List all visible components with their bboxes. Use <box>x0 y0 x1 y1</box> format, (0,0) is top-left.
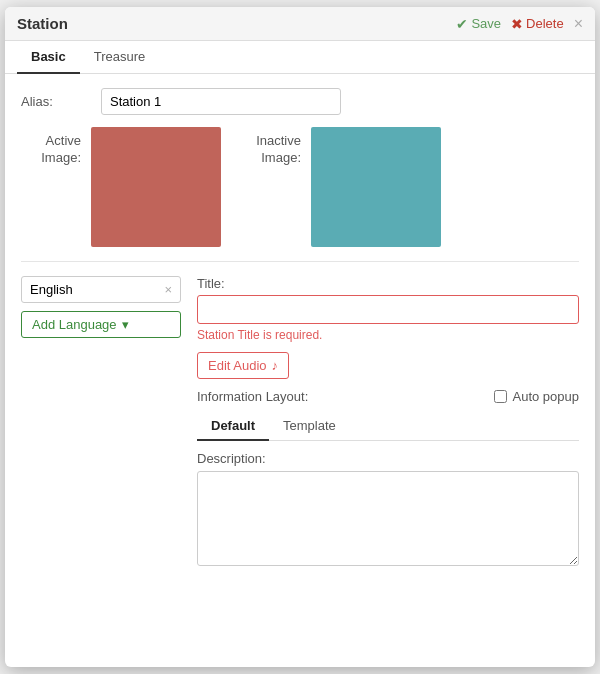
title-field-label: Title: <box>197 276 579 291</box>
modal-body: Alias: Active Image: Inactive Image: <box>5 74 595 583</box>
language-tag: English × <box>21 276 181 303</box>
images-row: Active Image: Inactive Image: <box>21 127 579 247</box>
tab-template[interactable]: Template <box>269 412 350 441</box>
section-divider <box>21 261 579 262</box>
alias-label: Alias: <box>21 94 101 109</box>
edit-audio-button[interactable]: Edit Audio ♪ <box>197 352 289 379</box>
language-tag-label: English <box>30 282 73 297</box>
alias-row: Alias: <box>21 88 579 115</box>
delete-label: Delete <box>526 16 564 31</box>
info-layout-label: Information Layout: <box>197 389 308 404</box>
description-textarea[interactable] <box>197 471 579 566</box>
modal-header: Station ✔ Save ✖ Delete × <box>5 7 595 41</box>
main-tabs: Basic Treasure <box>5 41 595 74</box>
description-label: Description: <box>197 451 579 466</box>
x-circle-icon: ✖ <box>511 16 523 32</box>
language-controls: English × Add Language ▾ <box>21 276 181 338</box>
title-section: Title: Station Title is required. Edit A… <box>197 276 579 569</box>
title-error-message: Station Title is required. <box>197 328 579 342</box>
save-button[interactable]: ✔ Save <box>456 16 501 32</box>
tab-default[interactable]: Default <box>197 412 269 441</box>
header-actions: ✔ Save ✖ Delete × <box>456 16 583 32</box>
delete-button[interactable]: ✖ Delete <box>511 16 564 32</box>
modal-title: Station <box>17 15 68 32</box>
active-image-preview[interactable] <box>91 127 221 247</box>
station-modal: Station ✔ Save ✖ Delete × Basic Treasure… <box>5 7 595 667</box>
save-label: Save <box>471 16 501 31</box>
inactive-image-block: Inactive Image: <box>241 127 441 247</box>
tab-treasure[interactable]: Treasure <box>80 41 160 74</box>
add-language-label: Add Language <box>32 317 117 332</box>
active-image-block: Active Image: <box>21 127 221 247</box>
dropdown-arrow-icon: ▾ <box>122 317 129 332</box>
auto-popup-checkbox[interactable] <box>494 390 507 403</box>
language-section: English × Add Language ▾ Title: Station … <box>21 276 579 569</box>
add-language-button[interactable]: Add Language ▾ <box>21 311 181 338</box>
tab-basic[interactable]: Basic <box>17 41 80 74</box>
alias-input[interactable] <box>101 88 341 115</box>
language-tag-close-button[interactable]: × <box>164 282 172 297</box>
edit-audio-label: Edit Audio <box>208 358 267 373</box>
auto-popup-label: Auto popup <box>512 389 579 404</box>
inactive-image-label: Inactive Image: <box>241 127 301 167</box>
music-note-icon: ♪ <box>272 358 279 373</box>
auto-popup-row: Auto popup <box>494 389 579 404</box>
close-button[interactable]: × <box>574 16 583 32</box>
check-icon: ✔ <box>456 16 468 32</box>
inactive-image-preview[interactable] <box>311 127 441 247</box>
info-layout-row: Information Layout: Auto popup <box>197 389 579 404</box>
sub-tabs: Default Template <box>197 412 579 441</box>
active-image-label: Active Image: <box>21 127 81 167</box>
title-input[interactable] <box>197 295 579 324</box>
